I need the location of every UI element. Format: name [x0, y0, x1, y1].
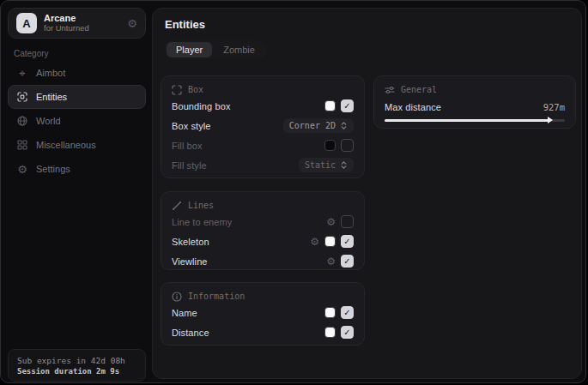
bounding-box-icon [172, 85, 182, 95]
globe-icon [16, 116, 28, 126]
dropdown-value: Static [305, 160, 336, 170]
sidebar-item-label: Miscellaneous [36, 140, 96, 150]
section-title: General [401, 85, 437, 94]
sidebar-item-miscellaneous[interactable]: Miscellaneous [8, 133, 146, 157]
sidebar-item-world[interactable]: World [8, 109, 146, 133]
sidebar-item-label: Entities [36, 92, 67, 102]
row-settings-gear-icon[interactable]: ⚙ [326, 217, 336, 227]
info-icon [172, 292, 182, 302]
setting-row-viewline: Viewline ⚙ [172, 252, 354, 270]
checkbox[interactable] [341, 99, 354, 112]
setting-row-max-distance: Max distance 927m [385, 102, 565, 112]
category-label: Category [14, 49, 49, 58]
sidebar-item-entities[interactable]: Entities [8, 85, 146, 109]
checkbox[interactable] [341, 306, 354, 319]
tab-bar: Player Zombie [165, 40, 266, 59]
main-panel: Entities Player Zombie Box Bounding box … [152, 8, 582, 379]
sub-expiry-text: Sub expires in 42d 08h [17, 356, 136, 365]
sidebar-item-aimbot[interactable]: ⌖ Aimbot [8, 61, 146, 85]
setting-row-line-to-enemy: Line to enemy ⚙ [172, 213, 354, 231]
line-icon [172, 201, 182, 211]
checkbox[interactable] [341, 235, 354, 248]
page-title: Entities [165, 18, 205, 31]
color-swatch[interactable] [324, 100, 336, 111]
setting-label: Distance [172, 328, 209, 338]
checkbox[interactable] [341, 139, 354, 152]
subscription-card: Sub expires in 42d 08h Session duration … [8, 349, 146, 382]
max-distance-value: 927m [543, 102, 565, 112]
checkbox[interactable] [341, 215, 354, 228]
information-section-card: Information Name Distance [161, 282, 365, 346]
dropdown-value: Corner 2D [289, 121, 336, 130]
row-settings-gear-icon[interactable]: ⚙ [326, 256, 336, 267]
sidebar-item-label: Settings [36, 164, 70, 174]
crosshair-icon: ⌖ [16, 68, 28, 79]
app-header-card: A Arcane for Unturned ⚙ [8, 8, 146, 39]
sidebar-item-settings[interactable]: ⚙ Settings [8, 157, 146, 181]
entities-icon [16, 92, 28, 102]
sliders-icon [385, 85, 395, 95]
checkbox[interactable] [341, 255, 354, 268]
setting-label: Name [172, 308, 197, 318]
setting-row-box-style: Box style Corner 2D [172, 117, 354, 135]
setting-row-distance: Distance [172, 323, 354, 341]
color-swatch[interactable] [324, 140, 336, 151]
sidebar-nav: ⌖ Aimbot Entities World Miscellaneous ⚙ … [8, 61, 146, 181]
settings-gear-icon[interactable]: ⚙ [127, 18, 137, 29]
setting-label: Max distance [385, 102, 441, 112]
setting-row-fill-style: Fill style Static [172, 156, 354, 174]
fill-style-dropdown[interactable]: Static [299, 158, 354, 172]
setting-label: Skeleton [172, 237, 209, 247]
box-section-card: Box Bounding box Box style Corner 2D [161, 75, 365, 178]
app-window: A Arcane for Unturned ⚙ Category ⌖ Aimbo… [0, 0, 586, 383]
max-distance-slider[interactable] [385, 116, 565, 124]
setting-row-skeleton: Skeleton ⚙ [172, 232, 354, 250]
setting-row-name: Name [172, 304, 354, 322]
app-subtitle: for Unturned [44, 24, 89, 33]
sidebar-item-label: World [36, 116, 61, 126]
tab-player[interactable]: Player [167, 42, 212, 57]
grid-icon [16, 140, 28, 150]
section-title: Information [188, 292, 245, 301]
chevron-updown-icon [340, 121, 348, 130]
setting-label: Box style [172, 121, 211, 131]
color-swatch[interactable] [324, 236, 336, 247]
app-logo: A [16, 13, 37, 33]
color-swatch[interactable] [324, 307, 336, 318]
setting-label: Fill box [172, 141, 203, 151]
gear-icon: ⚙ [16, 164, 28, 175]
tab-zombie[interactable]: Zombie [214, 42, 264, 57]
section-title: Box [188, 85, 203, 94]
session-duration-text: Session duration 2m 9s [17, 367, 136, 376]
row-settings-gear-icon[interactable]: ⚙ [310, 237, 319, 247]
setting-label: Fill style [172, 160, 207, 171]
general-section-card: General Max distance 927m [373, 75, 576, 129]
setting-label: Line to enemy [172, 217, 232, 227]
lines-section-card: Lines Line to enemy ⚙ Skeleton ⚙ Viewlin… [161, 191, 365, 270]
setting-row-fill-box: Fill box [172, 136, 354, 154]
setting-label: Viewline [172, 256, 208, 267]
sidebar-item-label: Aimbot [36, 68, 65, 78]
box-style-dropdown[interactable]: Corner 2D [283, 118, 354, 133]
checkbox[interactable] [341, 326, 354, 339]
setting-label: Bounding box [172, 101, 230, 111]
setting-row-bounding-box: Bounding box [172, 97, 354, 115]
section-title: Lines [188, 201, 214, 210]
slider-fill [385, 119, 550, 122]
chevron-updown-icon [340, 160, 348, 170]
app-name: Arcane [44, 13, 89, 24]
color-swatch[interactable] [324, 327, 336, 338]
